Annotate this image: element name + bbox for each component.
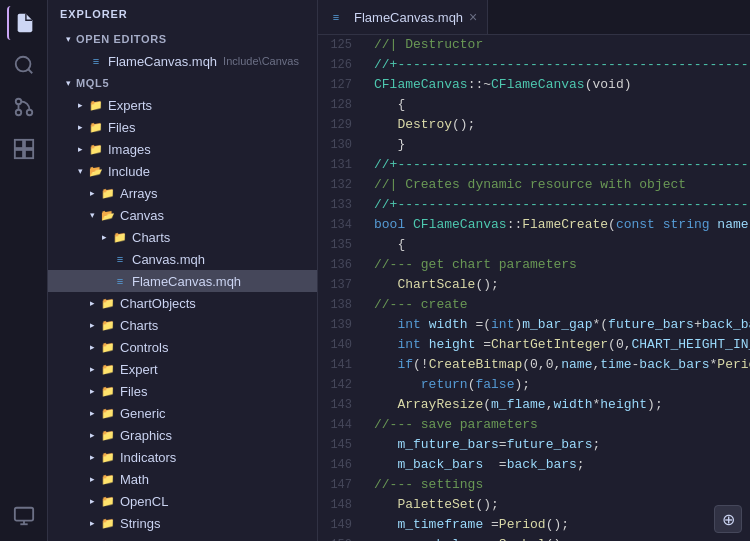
- files-arrow: [72, 119, 88, 135]
- line-numbers: 1251261271281291301311321331341351361371…: [318, 35, 366, 541]
- tab-close-button[interactable]: ×: [469, 10, 477, 24]
- arrays-arrow: [84, 185, 100, 201]
- line-number: 143: [318, 395, 358, 415]
- tab-flamecanvas[interactable]: ≡ FlameCanvas.mqh ×: [318, 0, 488, 34]
- svg-point-0: [15, 57, 30, 72]
- sidebar-item-canvas-mqh[interactable]: ≡ Canvas.mqh: [48, 248, 317, 270]
- sidebar-item-charts-sub[interactable]: 📁 Charts: [48, 226, 317, 248]
- sidebar-item-graphics[interactable]: 📁 Graphics: [48, 424, 317, 446]
- arrays-folder-icon: 📁: [100, 185, 116, 201]
- code-segment: int: [397, 315, 420, 335]
- code-segment: =: [483, 455, 506, 475]
- code-segment: CFlameCanvas: [491, 75, 585, 95]
- code-segment: const: [616, 215, 655, 235]
- line-number: 150: [318, 535, 358, 541]
- code-segment: [374, 455, 397, 475]
- math-folder-icon: 📁: [100, 471, 116, 487]
- code-line: //+-------------------------------------…: [374, 55, 750, 75]
- sidebar-item-experts[interactable]: 📁 Experts: [48, 94, 317, 116]
- search-activity-icon[interactable]: [7, 48, 41, 82]
- code-segment: CHART_HEIGHT_IN_P: [631, 335, 750, 355]
- images-label: Images: [108, 142, 151, 157]
- sidebar-item-controls[interactable]: 📁 Controls: [48, 336, 317, 358]
- zoom-button[interactable]: ⊕: [714, 505, 742, 533]
- svg-rect-6: [14, 140, 22, 148]
- line-number: 142: [318, 375, 358, 395]
- tools-label: Tools: [120, 538, 150, 542]
- tab-bar: ≡ FlameCanvas.mqh ×: [318, 0, 750, 35]
- sidebar-item-generic[interactable]: 📁 Generic: [48, 402, 317, 424]
- code-segment: bool: [374, 215, 405, 235]
- sidebar-item-canvas[interactable]: 📂 Canvas: [48, 204, 317, 226]
- code-segment: (: [608, 215, 616, 235]
- sidebar-item-opencl[interactable]: 📁 OpenCL: [48, 490, 317, 512]
- code-segment: [421, 315, 429, 335]
- sidebar-item-files[interactable]: 📁 Files: [48, 116, 317, 138]
- code-content[interactable]: //| Destructor//+-----------------------…: [366, 35, 750, 541]
- sidebar-item-arrays[interactable]: 📁 Arrays: [48, 182, 317, 204]
- sidebar-item-flamecanvas-mqh[interactable]: ≡ FlameCanvas.mqh: [48, 270, 317, 292]
- svg-point-4: [15, 110, 21, 116]
- line-number: 145: [318, 435, 358, 455]
- code-segment: Period: [499, 515, 546, 535]
- strings-arrow: [84, 515, 100, 531]
- mql5-section[interactable]: MQL5: [48, 72, 317, 94]
- math-arrow: [84, 471, 100, 487]
- open-editors-label: Open Editors: [76, 33, 167, 45]
- tab-filename: FlameCanvas.mqh: [354, 10, 463, 25]
- indicators-folder-icon: 📁: [100, 449, 116, 465]
- sidebar-item-tools[interactable]: 📁 Tools: [48, 534, 317, 541]
- activity-bar: [0, 0, 48, 541]
- canvas-mqh-label: Canvas.mqh: [132, 252, 205, 267]
- flamecanvas-icon: ≡: [112, 273, 128, 289]
- code-segment: m_bar_gap: [522, 315, 592, 335]
- code-line: m_future_bars=future_bars;: [374, 435, 750, 455]
- code-segment: (void): [585, 75, 632, 95]
- canvas-mqh-arrow: [96, 251, 112, 267]
- code-line: }: [374, 135, 750, 155]
- code-segment: future_bars: [507, 435, 593, 455]
- code-segment: ,: [592, 355, 600, 375]
- code-segment: width: [553, 395, 592, 415]
- code-segment: [710, 215, 718, 235]
- sidebar-item-include[interactable]: 📂 Include: [48, 160, 317, 182]
- charts-folder-icon: 📁: [100, 317, 116, 333]
- include-folder-icon: 📂: [88, 163, 104, 179]
- code-segment: ChartScale: [397, 275, 475, 295]
- sidebar-item-strings[interactable]: 📁 Strings: [48, 512, 317, 534]
- sidebar-item-expert[interactable]: 📁 Expert: [48, 358, 317, 380]
- charts-arrow: [84, 317, 100, 333]
- sidebar-item-charts[interactable]: 📁 Charts: [48, 314, 317, 336]
- sidebar-item-images[interactable]: 📁 Images: [48, 138, 317, 160]
- code-line: bool CFlameCanvas::FlameCreate(const str…: [374, 215, 750, 235]
- files-activity-icon[interactable]: [7, 6, 41, 40]
- source-control-activity-icon[interactable]: [7, 90, 41, 124]
- extensions-activity-icon[interactable]: [7, 132, 41, 166]
- svg-point-3: [15, 99, 21, 105]
- line-number: 131: [318, 155, 358, 175]
- sidebar-item-chartobjects[interactable]: 📁 ChartObjects: [48, 292, 317, 314]
- code-segment: //--- create: [374, 295, 468, 315]
- code-segment: *: [592, 395, 600, 415]
- sidebar-header: Explorer: [48, 0, 317, 28]
- code-line: //| Creates dynamic resource with object: [374, 175, 750, 195]
- sidebar-item-files2[interactable]: 📁 Files: [48, 380, 317, 402]
- open-editors-section[interactable]: Open Editors: [48, 28, 317, 50]
- code-line: {: [374, 95, 750, 115]
- remote-activity-icon[interactable]: [7, 499, 41, 533]
- code-segment: ();: [475, 275, 498, 295]
- code-segment: return: [421, 375, 468, 395]
- open-file-item[interactable]: ≡ FlameCanvas.mqh Include\Canvas: [48, 50, 317, 72]
- svg-rect-10: [14, 508, 32, 521]
- code-segment: ();: [475, 495, 498, 515]
- sidebar-item-math[interactable]: 📁 Math: [48, 468, 317, 490]
- code-segment: [421, 335, 429, 355]
- code-segment: [374, 535, 397, 541]
- line-number: 130: [318, 135, 358, 155]
- code-editor[interactable]: 1251261271281291301311321331341351361371…: [318, 35, 750, 541]
- code-segment: width: [429, 315, 468, 335]
- sidebar-item-indicators[interactable]: 📁 Indicators: [48, 446, 317, 468]
- code-segment: [374, 495, 397, 515]
- code-segment: ::: [468, 75, 484, 95]
- code-segment: ();: [452, 115, 475, 135]
